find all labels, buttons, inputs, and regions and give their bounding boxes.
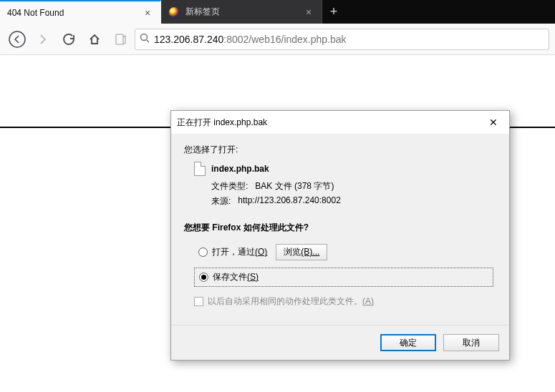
tab-title: 404 Not Found [7, 8, 136, 18]
svg-point-0 [9, 31, 25, 47]
dialog-title: 正在打开 index.php.bak [177, 117, 483, 129]
url-host: 123.206.87.240 [154, 34, 223, 45]
open-with-label: 打开，通过(O) [212, 246, 267, 258]
ok-button[interactable]: 确定 [380, 334, 436, 351]
close-icon[interactable]: ✕ [483, 115, 503, 129]
tab-title: 新标签页 [185, 6, 297, 18]
file-row: index.php.bak [194, 162, 496, 176]
url-box[interactable]: 123.206.87.240:8002/web16/index.php.bak [135, 29, 549, 50]
filetype-label: 文件类型: [211, 180, 248, 192]
dialog-titlebar[interactable]: 正在打开 index.php.bak ✕ [171, 111, 509, 134]
close-icon[interactable]: × [142, 7, 153, 19]
home-button[interactable] [83, 28, 106, 51]
url-input[interactable]: 123.206.87.240:8002/web16/index.php.bak [154, 34, 544, 45]
nav-bar: 123.206.87.240:8002/web16/index.php.bak [0, 24, 555, 55]
cancel-button[interactable]: 取消 [443, 334, 499, 351]
reload-button[interactable] [57, 28, 80, 51]
dialog-footer: 确定 取消 [171, 325, 509, 360]
radio-icon[interactable] [199, 273, 208, 282]
close-icon[interactable]: × [303, 6, 314, 18]
question-label: 您想要 Firefox 如何处理此文件? [184, 222, 496, 234]
option-open-with[interactable]: 打开，通过(O) 浏览(B)... [194, 241, 496, 263]
firefox-icon [168, 6, 180, 18]
source-value: http://123.206.87.240:8002 [238, 195, 340, 207]
filetype-row: 文件类型: BAK 文件 (378 字节) [211, 180, 496, 192]
source-label: 来源: [211, 195, 231, 207]
svg-point-2 [141, 34, 148, 41]
file-name: index.php.bak [211, 164, 269, 174]
back-button[interactable] [6, 28, 29, 51]
remember-label: 以后自动采用相同的动作处理此类文件。(A) [208, 295, 374, 308]
tab-bar: 404 Not Found × 新标签页 × + [0, 0, 555, 24]
source-row: 来源: http://123.206.87.240:8002 [211, 195, 496, 207]
tab-newtab[interactable]: 新标签页 × [161, 0, 322, 24]
radio-icon[interactable] [198, 248, 208, 257]
reader-button [109, 28, 132, 51]
checkbox-icon[interactable] [194, 297, 203, 306]
tab-404[interactable]: 404 Not Found × [0, 0, 161, 24]
save-file-label: 保存文件(S) [213, 271, 259, 283]
browse-button[interactable]: 浏览(B)... [276, 244, 327, 260]
dialog-body: 您选择了打开: index.php.bak 文件类型: BAK 文件 (378 … [171, 134, 509, 312]
file-icon [194, 162, 206, 176]
url-rest: :8002/web16/index.php.bak [223, 34, 346, 45]
download-dialog: 正在打开 index.php.bak ✕ 您选择了打开: index.php.b… [170, 110, 510, 361]
forward-button [32, 28, 54, 51]
you-chose-label: 您选择了打开: [184, 144, 496, 156]
search-icon [140, 33, 150, 45]
remember-row[interactable]: 以后自动采用相同的动作处理此类文件。(A) [194, 295, 496, 308]
svg-rect-1 [116, 34, 123, 44]
newtab-button[interactable]: + [322, 0, 345, 24]
filetype-value: BAK 文件 (378 字节) [255, 180, 334, 192]
option-save-file[interactable]: 保存文件(S) [194, 268, 493, 287]
